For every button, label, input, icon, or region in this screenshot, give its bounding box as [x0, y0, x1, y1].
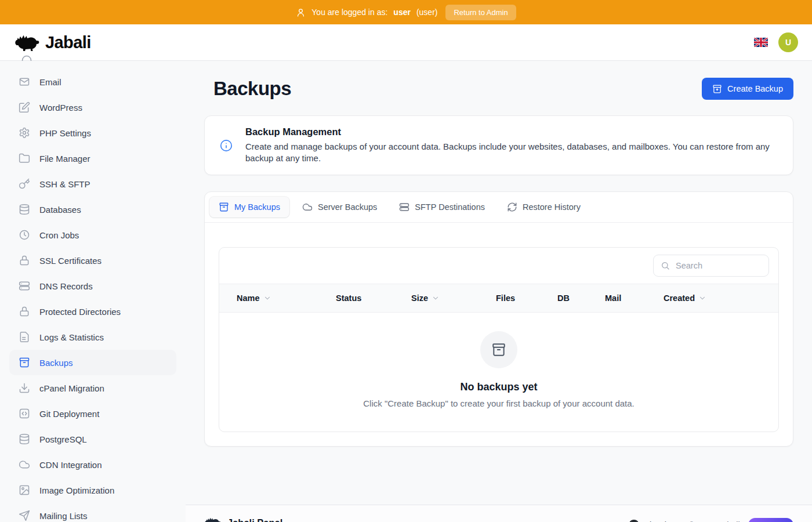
tab-label: My Backups [234, 202, 280, 212]
key-icon [19, 178, 30, 190]
sidebar-item-cdn-integration[interactable]: CDN Integration [9, 452, 176, 477]
archive-icon [219, 202, 229, 212]
footer-brand: Jabali Panel [227, 517, 282, 522]
server-icon [19, 280, 30, 292]
version-badge: v2.0-rc42 [748, 518, 793, 522]
info-card-body: Create and manage backups of your accoun… [245, 141, 778, 164]
tab-sftp-destinations[interactable]: SFTP Destinations [390, 197, 494, 217]
sidebar-item-label: PostgreSQL [39, 434, 87, 444]
sidebar-item-ssl-certificates[interactable]: SSL Certificates [9, 248, 176, 273]
sidebar-item-label: CDN Integration [39, 460, 102, 470]
sidebar-item-image-optimization[interactable]: Image Optimization [9, 477, 176, 503]
sidebar-item-label: File Manager [39, 154, 90, 164]
sidebar-item-label: Cron Jobs [39, 230, 79, 240]
create-backup-label: Create Backup [727, 84, 783, 93]
empty-state-title: No backups yet [460, 381, 537, 393]
create-backup-button[interactable]: Create Backup [702, 78, 793, 100]
chevron-down-icon [432, 294, 440, 302]
person-icon [296, 8, 306, 17]
tabs-bar: My Backups Server Backups SFTP Destinati… [205, 192, 793, 223]
sidebar-item-postgresql[interactable]: PostgreSQL [9, 426, 176, 452]
github-icon [629, 520, 639, 522]
tab-label: Restore History [523, 202, 581, 212]
sidebar-item-ssh-sftp[interactable]: SSH & SFTP [9, 171, 176, 197]
boar-logo-icon [14, 33, 41, 52]
page-title: Backups [213, 78, 291, 100]
sidebar-item-git-deployment[interactable]: Git Deployment [9, 401, 176, 426]
sidebar-item-dns-records[interactable]: DNS Records [9, 273, 176, 299]
search-input[interactable] [675, 260, 762, 271]
sidebar-item-label: Mailing Lists [39, 511, 88, 521]
sidebar-item-wordpress[interactable]: WordPress [9, 95, 176, 120]
sidebar-item-protected-directories[interactable]: Protected Directories [9, 299, 176, 324]
tab-server-backups[interactable]: Server Backups [293, 197, 386, 217]
column-header-size[interactable]: Size [411, 293, 496, 303]
info-card-title: Backup Management [245, 126, 778, 137]
column-header-name[interactable]: Name [237, 293, 336, 303]
column-header-files: Files [496, 293, 557, 303]
language-flag-button[interactable] [754, 38, 768, 47]
empty-state: No backups yet Click "Create Backup" to … [219, 313, 778, 432]
avatar[interactable]: U [778, 32, 798, 52]
sidebar-item-mailing-lists[interactable]: Mailing Lists [9, 503, 176, 522]
folder-icon [19, 153, 30, 164]
sidebar-item-email[interactable]: Email [9, 69, 176, 95]
sidebar-item-label: Logs & Statistics [39, 332, 104, 342]
code-icon [19, 408, 30, 419]
impersonation-banner: You are logged in as: user (user) Return… [0, 0, 812, 24]
sidebar-item-label: DNS Records [39, 281, 93, 291]
sidebar-item-cpanel-migration[interactable]: cPanel Migration [9, 375, 176, 401]
clipped-sidebar-icon [21, 55, 32, 61]
database-icon [19, 433, 30, 445]
logged-in-prefix: You are logged in as: [311, 8, 387, 17]
sidebar-item-label: cPanel Migration [39, 383, 104, 393]
search-box [653, 255, 769, 277]
chevron-down-icon [698, 294, 706, 302]
image-icon [19, 484, 30, 496]
sidebar-item-backups[interactable]: Backups [9, 350, 176, 375]
sidebar-item-label: PHP Settings [39, 128, 91, 138]
empty-state-description: Click "Create Backup" to create your fir… [363, 398, 635, 408]
sidebar-item-label: SSH & SFTP [39, 179, 90, 189]
tab-my-backups[interactable]: My Backups [209, 197, 289, 217]
column-header-created[interactable]: Created [664, 293, 761, 303]
cloud-icon [19, 459, 30, 470]
sidebar-item-label: SSL Certificates [39, 256, 102, 266]
empty-state-icon-circle [480, 331, 517, 368]
column-label: DB [557, 293, 570, 303]
brand-logo[interactable]: Jabali [14, 33, 91, 52]
archive-icon [19, 357, 30, 368]
sidebar-item-label: Email [39, 77, 61, 87]
edit-icon [19, 102, 30, 113]
server-icon [399, 202, 409, 212]
sidebar-item-logs-statistics[interactable]: Logs & Statistics [9, 324, 176, 350]
sidebar-item-php-settings[interactable]: PHP Settings [9, 120, 176, 146]
backups-table-card: Name Status Size Files [219, 247, 779, 432]
column-header-status: Status [336, 293, 411, 303]
info-icon [220, 139, 233, 152]
uk-flag-icon [754, 38, 768, 47]
table-header-row: Name Status Size Files [219, 284, 778, 313]
column-label: Name [237, 293, 260, 303]
sidebar-item-label: WordPress [39, 103, 82, 113]
return-to-admin-button[interactable]: Return to Admin [445, 5, 516, 20]
sidebar-item-databases[interactable]: Databases [9, 197, 176, 222]
archive-icon [712, 84, 722, 94]
backups-panel: My Backups Server Backups SFTP Destinati… [204, 191, 793, 447]
lock-icon [19, 306, 30, 317]
gear-icon [19, 127, 30, 139]
lock-icon [19, 255, 30, 266]
sidebar-item-file-manager[interactable]: File Manager [9, 146, 176, 171]
cloud-icon [302, 202, 313, 212]
tab-restore-history[interactable]: Restore History [498, 197, 590, 217]
file-text-icon [19, 331, 30, 343]
boar-logo-icon [204, 516, 222, 522]
sidebar-item-label: Protected Directories [39, 307, 121, 317]
column-header-db: DB [557, 293, 605, 303]
search-icon [661, 261, 670, 270]
logged-in-username: user [393, 8, 411, 17]
archive-icon [491, 342, 506, 357]
brand-name: Jabali [45, 33, 91, 52]
sidebar-item-cron-jobs[interactable]: Cron Jobs [9, 222, 176, 248]
github-link[interactable]: GitHub [629, 520, 669, 522]
